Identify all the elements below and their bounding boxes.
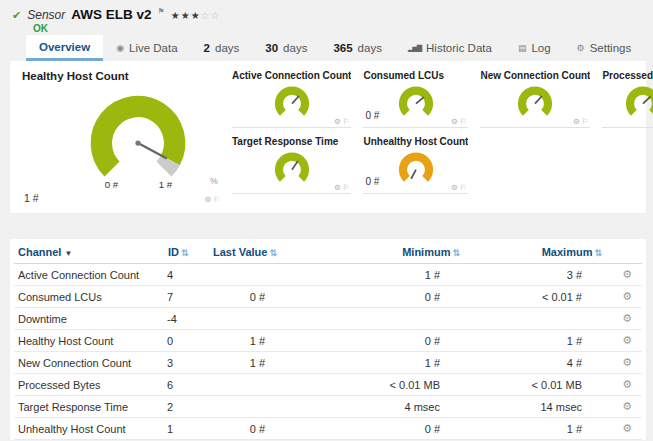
sensor-title: AWS ELB v2 xyxy=(71,7,151,22)
tab-bar: Overview ◉ Live Data 2 days 30 days 365 … xyxy=(0,35,653,61)
table-row: Healthy Host Count 0 1 # 0 # 1 # ⚙ xyxy=(14,330,642,352)
channel-settings-icon[interactable]: ⚙ xyxy=(622,268,632,280)
channels-table-panel: Channel▼ ID⇅ Last Value⇅ Minimum⇅ Maximu… xyxy=(10,239,646,440)
col-min-label: Minimum xyxy=(402,246,450,258)
sort-icon: ⇅ xyxy=(181,248,189,258)
col-header-maximum[interactable]: Maximum⇅ xyxy=(464,239,606,264)
table-row: Active Connection Count 4 1 # 3 # ⚙ xyxy=(14,264,642,286)
sensor-kicker: Sensor xyxy=(27,8,65,22)
tab-settings[interactable]: ⚙ Settings xyxy=(564,35,645,61)
col-id-label: ID xyxy=(168,246,179,258)
gauge-settings-icon[interactable]: ⚙ xyxy=(205,195,214,204)
channel-name: Consumed LCUs xyxy=(14,286,164,308)
gauge-settings-icon[interactable]: ⚙ xyxy=(334,183,343,192)
channel-settings-icon[interactable]: ⚙ xyxy=(622,422,632,434)
tab-365-days[interactable]: 365 days xyxy=(320,35,394,61)
gauge-dial xyxy=(268,82,316,121)
stars-empty[interactable]: ☆☆ xyxy=(201,10,221,21)
gauge-active-connection-count: Active Connection Count ⚙⚐ xyxy=(232,70,351,128)
col-header-channel[interactable]: Channel▼ xyxy=(14,239,164,264)
sort-icon: ⇅ xyxy=(452,248,460,258)
channel-settings-icon[interactable]: ⚙ xyxy=(622,334,632,346)
gauge-processed-bytes: Processed Bytes ⚙⚐ xyxy=(602,70,653,128)
gauge-consumed-lcus: Consumed LCUs 0 # ⚙⚐ xyxy=(363,70,468,128)
gauge-title: Consumed LCUs xyxy=(363,70,468,81)
col-max-label: Maximum xyxy=(542,246,593,258)
gauge-settings-icon[interactable]: ⚙ xyxy=(451,183,460,192)
gauge-title: New Connection Count xyxy=(480,70,590,81)
gauge-dial xyxy=(511,82,559,121)
tab-overview-label: Overview xyxy=(39,41,90,53)
channel-minimum: < 0.01 MB xyxy=(289,374,464,396)
channel-id: 4 xyxy=(164,264,209,286)
channel-last-value: 1 # xyxy=(209,352,289,374)
gauge-icons: ⚙⚐ xyxy=(451,117,468,126)
channel-last-value xyxy=(209,308,289,330)
channel-last-value: 0 # xyxy=(209,286,289,308)
channel-settings-icon[interactable]: ⚙ xyxy=(622,356,632,368)
channel-name: New Connection Count xyxy=(14,352,164,374)
main-gauge: 0 # 1 # xyxy=(74,82,202,194)
channel-settings-icon[interactable]: ⚙ xyxy=(622,312,632,324)
priority-stars[interactable]: ★★★☆☆ xyxy=(171,10,221,21)
channel-maximum xyxy=(464,308,606,330)
table-row: Downtime -4 ⚙ xyxy=(14,308,642,330)
main-gauge-scale-min: 0 # xyxy=(105,179,119,190)
channel-last-value xyxy=(209,374,289,396)
tab-30-days-label: days xyxy=(283,42,307,54)
col-header-minimum[interactable]: Minimum⇅ xyxy=(289,239,464,264)
main-gauge-scale-max: 1 # xyxy=(159,179,173,190)
tab-2-days[interactable]: 2 days xyxy=(191,35,253,61)
channel-maximum: < 0.01 # xyxy=(464,286,606,308)
gauge-settings-icon[interactable]: ⚙ xyxy=(334,117,343,126)
channel-minimum: 4 msec xyxy=(289,396,464,418)
gauge-new-connection-count: New Connection Count ⚙⚐ xyxy=(480,70,590,128)
stars-filled[interactable]: ★★★ xyxy=(171,10,201,21)
main-gauge-unit: % xyxy=(210,176,218,186)
channel-id: -4 xyxy=(164,308,209,330)
tab-historic-data-label: Historic Data xyxy=(426,42,492,54)
channel-settings-icon[interactable]: ⚙ xyxy=(622,378,632,390)
gauge-dial xyxy=(619,82,653,121)
gauge-target-response-time: Target Response Time ⚙⚐ xyxy=(232,136,351,194)
sensor-status-badge: OK xyxy=(33,23,653,34)
channel-maximum: 1 # xyxy=(464,418,606,440)
main-gauge-icons: ⚙⚐ xyxy=(205,195,222,204)
channel-last-value: 0 # xyxy=(209,418,289,440)
gauge-settings-icon[interactable]: ⚙ xyxy=(451,117,460,126)
gauge-flag-icon[interactable]: ⚐ xyxy=(213,195,222,204)
channel-id: 7 xyxy=(164,286,209,308)
tab-log-label: Log xyxy=(531,42,550,54)
historic-data-icon: ▂▅▇ xyxy=(408,44,421,52)
gauge-title: Processed Bytes xyxy=(602,70,653,81)
main-gauge-title: Healthy Host Count xyxy=(22,70,222,82)
priority-flag-icon[interactable]: ⚑ xyxy=(158,7,165,16)
tab-historic-data[interactable]: ▂▅▇ Historic Data xyxy=(395,35,505,61)
tab-365-days-label: days xyxy=(358,42,382,54)
col-header-id[interactable]: ID⇅ xyxy=(164,239,209,264)
gauge-icons: ⚙⚐ xyxy=(573,117,590,126)
gauge-settings-icon[interactable]: ⚙ xyxy=(573,117,582,126)
gauge-title: Active Connection Count xyxy=(232,70,351,81)
gauge-flag-icon[interactable]: ⚐ xyxy=(460,117,469,126)
channel-name: Processed Bytes xyxy=(14,374,164,396)
gauge-flag-icon[interactable]: ⚐ xyxy=(582,117,591,126)
tab-live-data[interactable]: ◉ Live Data xyxy=(103,35,190,61)
gauge-flag-icon[interactable]: ⚐ xyxy=(460,183,469,192)
channel-settings-icon[interactable]: ⚙ xyxy=(622,290,632,302)
tab-log[interactable]: ▤ Log xyxy=(505,35,564,61)
col-header-last-value[interactable]: Last Value⇅ xyxy=(209,239,289,264)
gauge-flag-icon[interactable]: ⚐ xyxy=(343,117,352,126)
channel-maximum: 4 # xyxy=(464,352,606,374)
channel-settings-icon[interactable]: ⚙ xyxy=(622,400,632,412)
tab-live-data-label: Live Data xyxy=(129,42,178,54)
col-last-label: Last Value xyxy=(213,246,267,258)
channel-id: 3 xyxy=(164,352,209,374)
table-row: New Connection Count 3 1 # 1 # 4 # ⚙ xyxy=(14,352,642,374)
tab-30-days[interactable]: 30 days xyxy=(252,35,320,61)
channel-maximum: 1 # xyxy=(464,330,606,352)
tab-overview[interactable]: Overview xyxy=(26,35,103,61)
small-gauges-grid: Active Connection Count ⚙⚐ Consumed LCUs… xyxy=(222,70,653,205)
gauge-flag-icon[interactable]: ⚐ xyxy=(343,183,352,192)
channel-name: Active Connection Count xyxy=(14,264,164,286)
